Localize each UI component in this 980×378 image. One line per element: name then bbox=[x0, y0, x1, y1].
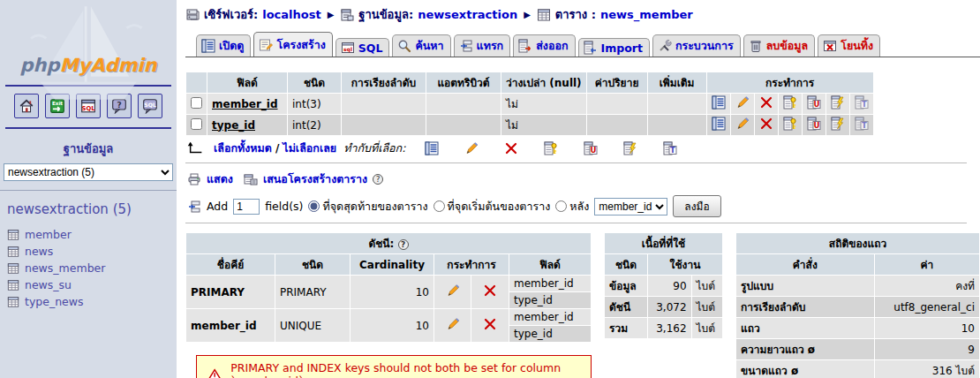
primary-icon bbox=[783, 95, 797, 110]
tab-drop[interactable]: โยนทิ้ง bbox=[818, 34, 880, 57]
check-all-link[interactable]: เลือกทั้งหมด bbox=[214, 140, 272, 157]
unique-action[interactable] bbox=[803, 94, 825, 114]
print-view-link[interactable]: แสดง bbox=[207, 170, 233, 188]
breadcrumb: เซิร์ฟเวอร์: localhost ▶ ฐานข้อมูล: news… bbox=[185, 5, 980, 24]
indexes-help-icon[interactable]: ? bbox=[398, 239, 409, 250]
uncheck-all-link[interactable]: ไม่เลือกเลย bbox=[283, 140, 336, 157]
stat-row: การเรียงลำดับutf8_general_ci bbox=[736, 297, 979, 317]
phpmyadmin-window: phpMyAdmin ฐานข้อมูล newsextraction (5) … bbox=[0, 0, 980, 378]
database-heading[interactable]: newsextraction (5) bbox=[7, 201, 177, 217]
up-arrow-icon bbox=[187, 140, 205, 157]
database-select[interactable]: newsextraction (5) bbox=[4, 163, 173, 181]
fulltext-action[interactable] bbox=[850, 94, 873, 114]
table-item-news[interactable]: news bbox=[7, 245, 177, 258]
sql-window-button[interactable] bbox=[76, 94, 101, 118]
logout-button[interactable] bbox=[45, 94, 70, 118]
fulltext-icon bbox=[855, 95, 869, 110]
edit-action[interactable] bbox=[731, 115, 754, 135]
table-label: ตาราง : bbox=[555, 5, 596, 24]
after-radio[interactable] bbox=[555, 200, 567, 212]
table-item-type-news[interactable]: type_news bbox=[7, 295, 177, 308]
phpmyadmin-logo[interactable]: phpMyAdmin bbox=[0, 55, 177, 76]
sql-icon bbox=[341, 41, 355, 55]
field-name-link[interactable]: type_id bbox=[212, 119, 255, 132]
db-link[interactable]: newsextraction bbox=[418, 8, 517, 21]
browse-action[interactable] bbox=[707, 94, 730, 114]
structure-icon bbox=[259, 38, 273, 52]
tab-import[interactable]: Import bbox=[578, 38, 650, 57]
tab-structure[interactable]: โครงสร้าง bbox=[253, 32, 332, 57]
unique-icon[interactable] bbox=[584, 141, 598, 155]
browse-action[interactable] bbox=[707, 115, 730, 135]
fields-label: field(s) bbox=[265, 200, 303, 213]
space-usage-table: เนื้อที่ที่ใช้ ชนิด ใช้งาน ข้อมูล 90 ไบต… bbox=[604, 232, 723, 339]
table-icon bbox=[7, 296, 19, 308]
field-name-link[interactable]: member_id bbox=[212, 98, 278, 110]
sidebar-divider2 bbox=[5, 127, 171, 129]
at-end-option[interactable]: ที่จุดสุดท้ายของตาราง bbox=[308, 198, 427, 215]
print-icon bbox=[187, 172, 201, 186]
home-button[interactable] bbox=[14, 94, 39, 118]
warning-text: PRIMARY and INDEX keys should not both b… bbox=[230, 361, 580, 378]
primary-action[interactable] bbox=[779, 115, 802, 135]
at-begin-radio[interactable] bbox=[433, 200, 445, 212]
query-window-button[interactable] bbox=[138, 94, 162, 118]
table-item-news-member[interactable]: news_member bbox=[7, 261, 177, 275]
propose-structure-link[interactable]: เสนอโครงสร้างตาราง bbox=[263, 170, 367, 188]
fulltext-action[interactable] bbox=[850, 115, 873, 135]
sidebar-nav bbox=[0, 94, 177, 118]
table-link[interactable]: news_su bbox=[25, 278, 72, 291]
query-window-icon bbox=[142, 98, 158, 114]
table-link[interactable]: type_news bbox=[25, 295, 84, 308]
edit-action[interactable] bbox=[731, 94, 754, 114]
table-item-news-su[interactable]: news_su bbox=[7, 278, 177, 291]
drop-icon[interactable] bbox=[504, 141, 518, 155]
tab-operations[interactable]: กระบวนการ bbox=[652, 34, 741, 57]
fulltext-icon[interactable] bbox=[663, 141, 677, 155]
primary-icon[interactable] bbox=[544, 141, 558, 155]
tab-browse[interactable]: เปิดดู bbox=[196, 34, 251, 57]
edit-index-action[interactable] bbox=[434, 309, 471, 342]
docs-button[interactable] bbox=[107, 94, 132, 118]
tab-insert[interactable]: แทรก bbox=[454, 34, 511, 57]
table-icon bbox=[7, 279, 19, 291]
row-checkbox[interactable] bbox=[191, 97, 202, 109]
edit-icon[interactable] bbox=[464, 141, 479, 155]
primary-action[interactable] bbox=[779, 94, 802, 114]
table-link[interactable]: news_member bbox=[25, 261, 105, 275]
after-option[interactable]: หลัง bbox=[555, 198, 589, 215]
table-link[interactable]: news bbox=[25, 245, 53, 258]
drop-index-action[interactable] bbox=[471, 276, 509, 308]
browse-icon[interactable] bbox=[425, 141, 439, 155]
help-icon[interactable]: ? bbox=[373, 174, 383, 185]
primary-index-warning: PRIMARY and INDEX keys should not both b… bbox=[196, 355, 592, 378]
table-item-member[interactable]: member bbox=[7, 228, 177, 241]
browse-icon bbox=[712, 95, 726, 110]
space-usage-block: เนื้อที่ที่ใช้ ชนิด ใช้งาน ข้อมูล 90 ไบต… bbox=[604, 232, 723, 339]
at-end-radio[interactable] bbox=[308, 200, 320, 212]
after-field-select[interactable]: member_id bbox=[594, 198, 667, 215]
index-action[interactable] bbox=[826, 94, 849, 114]
table-link[interactable]: member bbox=[25, 228, 72, 241]
add-field-count-input[interactable] bbox=[233, 199, 260, 215]
drop-action[interactable] bbox=[755, 115, 778, 135]
tab-export[interactable]: ส่งออก bbox=[513, 34, 575, 57]
tab-search[interactable]: ค้นหา bbox=[392, 34, 450, 57]
tab-sql[interactable]: SQL bbox=[335, 38, 390, 57]
add-field-go-button[interactable]: ลงมือ bbox=[673, 195, 720, 217]
drop-action[interactable] bbox=[755, 94, 778, 114]
edit-icon bbox=[446, 317, 460, 331]
tab-empty[interactable]: ลบข้อมูล bbox=[743, 34, 816, 57]
table-link[interactable]: news_member bbox=[600, 8, 693, 21]
at-begin-option[interactable]: ที่จุดเริ่มต้นของตาราง bbox=[433, 198, 551, 215]
index-action[interactable] bbox=[826, 115, 849, 135]
index-icon[interactable] bbox=[623, 141, 637, 155]
database-icon bbox=[340, 8, 354, 22]
row-statistics-block: สถิติของแถว คำสั่ง ค่า รูปแบบคงที่ การเร… bbox=[735, 232, 980, 378]
drop-index-action[interactable] bbox=[471, 309, 509, 342]
row-checkbox[interactable] bbox=[191, 118, 202, 130]
browse-icon bbox=[201, 39, 215, 53]
edit-index-action[interactable] bbox=[434, 276, 471, 308]
server-link[interactable]: localhost bbox=[262, 8, 320, 21]
unique-action[interactable] bbox=[803, 115, 825, 135]
